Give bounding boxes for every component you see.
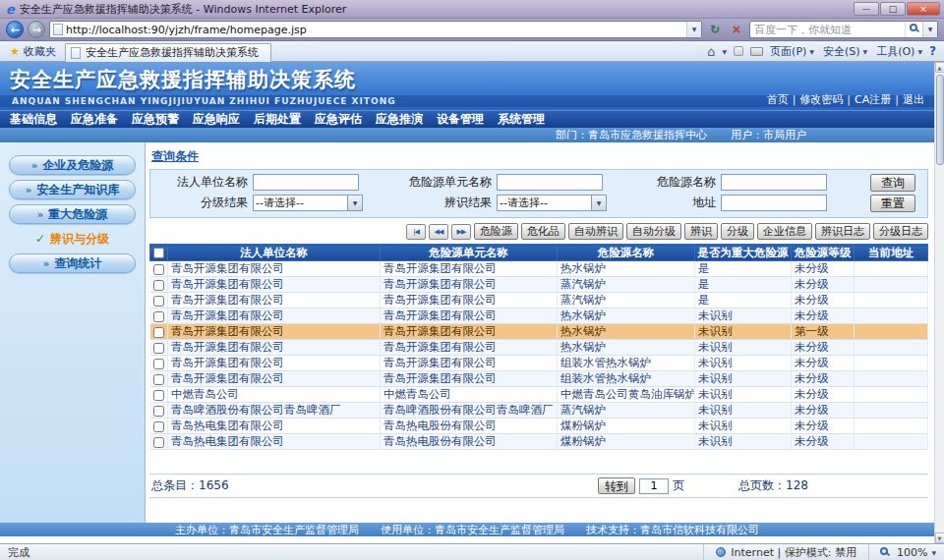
url-input[interactable] (66, 24, 683, 36)
nav-menu-item[interactable]: 系统管理 (496, 111, 547, 128)
toolbar-button[interactable]: 自动分级 (626, 223, 681, 240)
toolbar-button[interactable]: 企业信息 (757, 223, 812, 240)
header-link[interactable]: 首页 (767, 92, 789, 107)
back-button[interactable]: ← (6, 21, 24, 38)
command-button[interactable]: 页面(P) ▼ (770, 44, 814, 59)
table-row[interactable]: 青岛开源集团有限公司 青岛开源集团有限公司 热水锅炉 未识别 未分级 (150, 340, 928, 356)
cell-is-major: 未识别 (695, 356, 792, 371)
sidebar-item-knowledge-base[interactable]: » 安全生产知识库 (9, 180, 136, 199)
toolbar-button[interactable]: 辨识 (684, 223, 718, 240)
row-checkbox[interactable] (153, 311, 164, 322)
home-dropdown-icon[interactable]: ▼ (722, 48, 727, 55)
identify-result-select[interactable]: --请选择-- ▼ (497, 195, 607, 211)
maximize-button[interactable]: □ (880, 2, 906, 16)
refresh-button[interactable]: ↻ (706, 23, 724, 36)
table-row[interactable]: 青岛开源集团有限公司 青岛开源集团有限公司 热水锅炉 是 未分级 (150, 261, 928, 277)
select-all-checkbox[interactable] (153, 248, 164, 258)
nav-menu-item[interactable]: 应急准备 (69, 111, 120, 128)
chevron-down-icon: ▼ (917, 48, 922, 55)
command-button[interactable]: 安全(S) ▼ (823, 44, 867, 59)
search-button[interactable]: 查询 (870, 174, 915, 192)
corp-name-input[interactable] (253, 174, 359, 191)
scrollbar-thumb[interactable] (936, 75, 944, 165)
total-pages-value: 128 (786, 478, 808, 492)
toolbar-button[interactable]: 辨识日志 (815, 223, 870, 240)
command-button[interactable]: 工具(O) ▼ (876, 44, 922, 59)
address-input[interactable] (721, 195, 827, 211)
toolbar-button[interactable]: 自动辨识 (568, 223, 623, 240)
table-row[interactable]: 中燃青岛公司 中燃青岛公司 中燃青岛公司黄岛油库锅炉 未识别 未分级 (150, 387, 928, 403)
stop-button[interactable]: × (728, 23, 745, 36)
reset-button[interactable]: 重置 (870, 195, 915, 212)
browser-tab[interactable]: 安全生产应急救援指挥辅助决策系统 (65, 43, 271, 62)
row-checkbox[interactable] (153, 421, 164, 432)
home-icon[interactable]: ⌂ (707, 44, 715, 59)
goto-page-button[interactable]: 转到 (598, 477, 635, 494)
table-row[interactable]: 青岛开源集团有限公司 青岛开源集团有限公司 组装水管热水锅炉 未识别 未分级 (150, 356, 928, 371)
nav-menu-item[interactable]: 应急预警 (130, 111, 181, 128)
pager-buttons: |◀◀◀▶▶ (406, 224, 471, 240)
close-button[interactable]: × (907, 2, 940, 16)
help-button[interactable]: ? (929, 44, 936, 58)
sidebar-item-enterprise-hazard[interactable]: » 企业及危险源 (9, 155, 136, 175)
zoom-control[interactable]: 100% ▼ (868, 544, 936, 560)
header-link[interactable]: 退出 (891, 92, 924, 107)
row-checkbox[interactable] (153, 264, 164, 275)
row-checkbox[interactable] (153, 343, 164, 354)
row-checkbox[interactable] (153, 359, 164, 369)
page-number-input[interactable] (639, 478, 669, 494)
row-checkbox[interactable] (153, 437, 164, 448)
nav-menu-item[interactable]: 应急推演 (374, 111, 425, 128)
table-row[interactable]: 青岛开源集团有限公司 青岛开源集团有限公司 热水锅炉 未识别 第一级 (150, 324, 928, 340)
cell-grade: 未分级 (792, 419, 855, 434)
search-icon[interactable] (905, 22, 922, 37)
source-name-input[interactable] (721, 174, 827, 191)
table-row[interactable]: 青岛热电集团有限公司 青岛热电股份有限公司 煤粉锅炉 未识别 未分级 (150, 434, 928, 450)
nav-menu-item[interactable]: 基础信息 (8, 111, 59, 128)
toolbar-button[interactable]: 分级 (721, 223, 754, 240)
search-dropdown-icon[interactable]: ▼ (922, 22, 937, 37)
unit-name-input[interactable] (497, 174, 603, 191)
table-row[interactable]: 青岛热电集团有限公司 青岛热电股份有限公司 煤粉锅炉 未识别 未分级 (150, 419, 928, 434)
page-scrollbar[interactable]: ▲ ▼ (934, 62, 944, 543)
sidebar-item-major-hazard[interactable]: » 重大危险源 (9, 204, 136, 224)
nav-menu-item[interactable]: 应急评估 (313, 111, 364, 128)
pager-button[interactable]: |◀ (406, 224, 426, 240)
nav-menu-item[interactable]: 后期处置 (252, 111, 303, 128)
toolbar-button[interactable]: 分级日志 (873, 223, 928, 240)
nav-menu-item[interactable]: 应急响应 (191, 111, 242, 128)
search-input[interactable] (754, 24, 905, 36)
header-link[interactable]: CA注册 (843, 92, 891, 107)
table-row[interactable]: 青岛啤酒股份有限公司青岛啤酒厂 青岛啤酒股份有限公司青岛啤酒厂 蒸汽锅炉 未识别… (150, 403, 928, 419)
grade-result-select[interactable]: --请选择-- ▼ (253, 195, 363, 211)
nav-menu-item[interactable]: 设备管理 (435, 111, 486, 128)
row-checkbox[interactable] (153, 374, 164, 385)
table-row[interactable]: 青岛开源集团有限公司 青岛开源集团有限公司 热水锅炉 未识别 未分级 (150, 308, 928, 324)
forward-button[interactable]: → (28, 21, 45, 38)
sidebar-item-label: 重大危险源 (48, 206, 107, 223)
zoom-dropdown-icon[interactable]: ▼ (931, 549, 936, 556)
column-header: 是否为重大危险源 (695, 245, 792, 261)
pager-button[interactable]: ◀◀ (429, 224, 448, 240)
sidebar-item-identify-grade[interactable]: ✓ 辨识与分级 (9, 229, 136, 249)
address-dropdown-icon[interactable]: ▼ (686, 22, 701, 37)
table-row[interactable]: 青岛开源集团有限公司 青岛开源集团有限公司 组装水管热水锅炉 未识别 未分级 (150, 371, 928, 387)
print-icon[interactable] (750, 47, 763, 56)
row-checkbox[interactable] (153, 406, 164, 417)
table-row[interactable]: 青岛开源集团有限公司 青岛开源集团有限公司 蒸汽锅炉 是 未分级 (150, 277, 928, 293)
feeds-icon[interactable] (734, 46, 743, 56)
scroll-up-icon[interactable]: ▲ (935, 62, 944, 73)
row-checkbox[interactable] (153, 327, 164, 338)
table-row[interactable]: 青岛开源集团有限公司 青岛开源集团有限公司 蒸汽锅炉 是 未分级 (150, 293, 928, 308)
favorites-button[interactable]: ★ 收藏夹 (5, 42, 61, 60)
pager-button[interactable]: ▶▶ (451, 224, 471, 240)
scroll-down-icon[interactable]: ▼ (935, 532, 944, 543)
minimize-button[interactable]: — (854, 2, 879, 16)
row-checkbox[interactable] (153, 296, 164, 307)
sidebar-item-query-statistics[interactable]: » 查询统计 (9, 253, 136, 273)
toolbar-button[interactable]: 危险源 (474, 223, 518, 240)
row-checkbox[interactable] (153, 390, 164, 401)
toolbar-button[interactable]: 危化品 (521, 223, 565, 240)
row-checkbox[interactable] (153, 280, 164, 291)
header-link[interactable]: 修改密码 (789, 92, 844, 107)
